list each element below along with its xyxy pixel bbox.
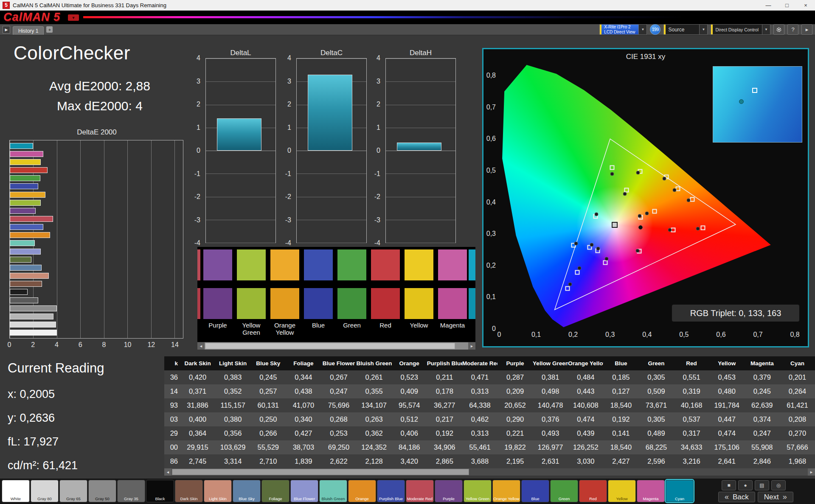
bottom-swatch-blue-sky[interactable]: Blue Sky <box>233 480 261 502</box>
chevron-down-icon[interactable]: ▼ <box>762 24 770 35</box>
bottom-swatch-gray-35[interactable]: Gray 35 <box>117 480 145 502</box>
bottom-swatch-moderate-red[interactable]: Moderate Red <box>406 480 434 502</box>
table-cell: 0,493 <box>533 429 568 437</box>
table-header-cell: Orange Yellow <box>568 360 603 367</box>
bottom-swatch-gray-80[interactable]: Gray 80 <box>31 480 59 502</box>
table-header-cell: Green <box>638 360 674 367</box>
scroll-right-icon[interactable]: ► <box>468 342 475 350</box>
bottom-swatch-yellow[interactable]: Yellow <box>608 480 636 502</box>
table-scrollbar[interactable]: ◄ ► <box>164 468 815 476</box>
bottom-swatch-dark-skin[interactable]: Dark Skin <box>175 480 203 502</box>
cie-x-tick: 0,5 <box>679 331 689 339</box>
stop-button[interactable]: ■ <box>722 480 736 490</box>
bottom-swatch-cyan[interactable]: Cyan <box>666 480 694 502</box>
delta-gridline <box>297 220 366 220</box>
scroll-right-icon[interactable]: ► <box>808 468 815 476</box>
save-button[interactable]: ▤ <box>755 480 769 490</box>
bottom-swatch-label: Blue Sky <box>233 496 260 501</box>
transport-controls: ■ ● ▤ ◎ <box>722 480 786 490</box>
patch-strip-scrollbar[interactable]: ◄ ► <box>197 342 475 350</box>
logo-menu-button[interactable]: ▼ <box>68 14 79 21</box>
deltae-bar-row <box>10 240 174 246</box>
deltal-chart: DeltaL 43210-1-2-3-4 <box>191 48 276 247</box>
deltae-bar-row <box>10 265 174 271</box>
bottom-swatch-yellow-green[interactable]: Yellow Green <box>464 480 492 502</box>
meter-dropdown-body[interactable]: X-Rite i1Pro 2 LCD Direct View <box>599 24 638 35</box>
table-cell: 0,355 <box>357 387 392 395</box>
bottom-swatch-blue-flower[interactable]: Blue Flower <box>290 480 318 502</box>
chevron-down-icon[interactable]: ▼ <box>638 24 647 35</box>
cie-x-tick: 0,6 <box>716 331 725 339</box>
status-badge: 199 <box>650 24 660 35</box>
bottom-swatch-gray-50[interactable]: Gray 50 <box>88 480 116 502</box>
bottom-swatch-black[interactable]: Black <box>146 480 174 502</box>
scrollbar-thumb[interactable] <box>205 343 455 349</box>
bottom-swatch-bluish-green[interactable]: Bluish Green <box>319 480 347 502</box>
scroll-left-icon[interactable]: ◄ <box>197 342 205 350</box>
bottom-swatch-label: Orange Yellow <box>493 496 520 501</box>
deltae2000-chart: DeltaE 2000 02468101214 <box>9 127 184 352</box>
power-button[interactable]: ◎ <box>771 480 786 490</box>
table-cell: 73,671 <box>638 401 674 409</box>
deltae-bar-black <box>10 289 28 295</box>
bottom-swatch-purplish-blue[interactable]: Purplish Blue <box>377 480 405 502</box>
deltae-bar-row <box>10 216 174 222</box>
table-cell: 0,376 <box>533 415 568 423</box>
tab-history-1[interactable]: History 1 <box>13 26 44 35</box>
delta-y-tick: 2 <box>197 101 200 108</box>
delta-y-tick: -4 <box>374 239 380 247</box>
table-cell: 95,574 <box>392 401 427 409</box>
deltae-bar-magenta <box>10 151 43 157</box>
bottom-swatch-gray-65[interactable]: Gray 65 <box>59 480 87 502</box>
scroll-left-icon[interactable]: ◄ <box>164 468 171 476</box>
bottom-swatch-magenta[interactable]: Magenta <box>637 480 665 502</box>
table-cell: 0,257 <box>250 387 286 395</box>
maximize-button[interactable]: □ <box>778 0 796 10</box>
bottom-swatch-green[interactable]: Green <box>550 480 578 502</box>
table-cell: 2,865 <box>427 457 462 465</box>
bottom-swatch-blue[interactable]: Blue <box>521 480 549 502</box>
partial-patch <box>469 249 475 280</box>
delta-gridline <box>386 59 455 59</box>
delta-y-tick: 4 <box>287 54 291 62</box>
table-row: 360,4200,3830,2450,3440,2670,2610,5230,2… <box>164 370 815 384</box>
bottom-swatch-label: Light Skin <box>204 496 231 501</box>
help-button[interactable]: ? <box>787 24 798 35</box>
next-button[interactable]: Next » <box>758 492 793 502</box>
deltae-x-tick: 2 <box>31 341 35 349</box>
delta-gridline <box>386 243 455 243</box>
settings-button[interactable] <box>773 24 784 35</box>
add-tab-button[interactable]: + <box>46 26 53 33</box>
bottom-swatch-light-skin[interactable]: Light Skin <box>204 480 232 502</box>
chevron-down-icon[interactable]: ▼ <box>699 24 708 35</box>
run-button[interactable]: ▸ <box>801 24 812 35</box>
meter-dropdown[interactable]: X-Rite i1Pro 2 LCD Direct View ▼ <box>599 24 647 35</box>
delta-gridline <box>386 197 455 197</box>
deltae-bar-row <box>10 159 174 165</box>
close-button[interactable]: × <box>796 0 815 10</box>
scrollbar-thumb[interactable] <box>172 469 469 475</box>
display-control-dropdown[interactable]: Direct Display Control ▼ <box>711 24 770 35</box>
table-cell: 0,305 <box>638 415 674 423</box>
display-control-body[interactable]: Direct Display Control <box>711 24 762 35</box>
patch-measured-swatch <box>203 249 232 280</box>
bottom-swatch-white[interactable]: White <box>2 480 30 502</box>
minimize-button[interactable]: — <box>759 0 778 10</box>
bottom-swatch-purple[interactable]: Purple <box>435 480 463 502</box>
cie-y-tick: 0,5 <box>486 167 496 174</box>
bottom-swatch-orange[interactable]: Orange <box>348 480 376 502</box>
table-header-cell: Blue Sky <box>250 360 286 367</box>
table-cell: 31,886 <box>180 401 215 409</box>
record-button[interactable]: ● <box>738 480 753 490</box>
source-dropdown[interactable]: Source ▼ <box>663 24 708 35</box>
expand-panel-icon[interactable]: ▶ <box>3 26 10 34</box>
bottom-swatch-orange-yellow[interactable]: Orange Yellow <box>492 480 520 502</box>
bottom-swatch-foliage[interactable]: Foliage <box>261 480 289 502</box>
bottom-swatch-red[interactable]: Red <box>579 480 607 502</box>
table-cell: 0,480 <box>709 387 745 395</box>
table-cell: 2,128 <box>357 457 392 465</box>
back-button[interactable]: « Back <box>718 492 755 502</box>
source-dropdown-body[interactable]: Source <box>663 24 699 35</box>
cie-x-tick: 0,7 <box>753 331 762 339</box>
cie-measured-marker <box>577 266 581 270</box>
